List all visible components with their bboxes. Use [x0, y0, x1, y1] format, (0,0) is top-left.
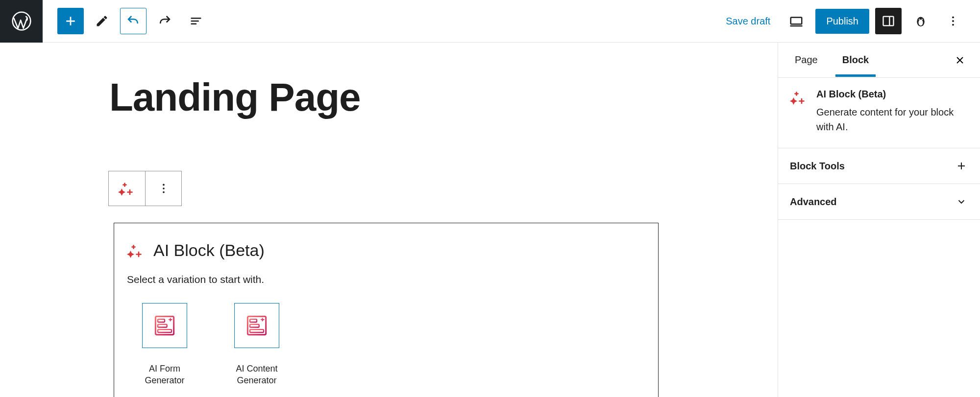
sparkles-icon — [790, 89, 808, 106]
edit-tool-button[interactable] — [89, 8, 115, 34]
penguin-icon — [913, 14, 928, 28]
desktop-icon — [789, 14, 804, 28]
content-generator-icon — [243, 312, 270, 339]
block-variations: AI Form Generator — [127, 303, 645, 387]
settings-sidebar: Page Block AI Block (Beta) Generate cont… — [778, 43, 980, 397]
variation-thumb — [142, 303, 187, 348]
svg-point-14 — [163, 191, 165, 193]
variation-ai-content-generator[interactable]: AI Content Generator — [225, 303, 289, 387]
more-vertical-icon — [157, 182, 170, 195]
close-icon — [954, 54, 966, 66]
publish-button[interactable]: Publish — [815, 9, 869, 34]
sidebar-tabs: Page Block — [778, 43, 980, 78]
redo-button[interactable] — [151, 8, 178, 34]
sidebar-block-title: AI Block (Beta) — [816, 89, 968, 100]
panel-block-tools[interactable]: Block Tools — [778, 148, 980, 184]
block-card-header: AI Block (Beta) — [127, 241, 645, 260]
variation-label: AI Form Generator — [133, 363, 196, 387]
sidebar-close-button[interactable] — [951, 51, 969, 70]
toolbar-right-group: Save draft Publish — [719, 8, 980, 34]
svg-point-13 — [163, 187, 165, 189]
editor-canvas[interactable]: Landing Page AI Block (Beta) — [0, 43, 778, 397]
panel-title: Block Tools — [790, 161, 845, 172]
block-floating-toolbar — [108, 171, 182, 206]
ai-block-placeholder: AI Block (Beta) Select a variation to st… — [114, 223, 659, 397]
sidebar-block-info: AI Block (Beta) Generate content for you… — [778, 78, 980, 148]
more-vertical-icon — [947, 15, 959, 27]
sidebar-block-desc: Generate content for your block with AI. — [816, 105, 968, 134]
svg-point-7 — [919, 19, 920, 20]
sidebar-icon — [882, 14, 895, 28]
block-more-button[interactable] — [145, 171, 181, 206]
svg-point-10 — [952, 20, 954, 22]
block-type-button[interactable] — [109, 171, 145, 206]
sparkles-icon — [118, 180, 136, 197]
svg-point-12 — [163, 184, 165, 186]
tab-block[interactable]: Block — [836, 44, 875, 76]
save-draft-button[interactable]: Save draft — [719, 11, 777, 32]
svg-rect-1 — [791, 18, 802, 24]
panel-advanced[interactable]: Advanced — [778, 184, 980, 220]
panel-expand-icon — [955, 195, 968, 209]
toolbar-left-group — [43, 8, 209, 34]
top-toolbar: Save draft Publish — [0, 0, 980, 43]
svg-point-9 — [952, 16, 954, 18]
block-card-title: AI Block (Beta) — [153, 241, 265, 260]
svg-rect-2 — [883, 17, 894, 26]
svg-rect-16 — [158, 319, 165, 322]
add-block-button[interactable] — [57, 8, 84, 34]
svg-rect-17 — [158, 325, 167, 327]
variation-ai-form-generator[interactable]: AI Form Generator — [133, 303, 196, 387]
list-icon — [189, 14, 203, 28]
svg-rect-21 — [250, 325, 259, 327]
tab-page[interactable]: Page — [789, 44, 824, 76]
block-card-subtitle: Select a variation to start with. — [127, 274, 645, 285]
undo-icon — [126, 14, 141, 28]
plus-icon — [956, 160, 967, 172]
svg-rect-22 — [250, 329, 264, 332]
svg-point-11 — [952, 24, 954, 26]
form-generator-icon — [151, 312, 178, 339]
panel-expand-icon — [955, 159, 968, 173]
svg-point-8 — [922, 19, 922, 20]
more-options-button[interactable] — [940, 8, 966, 34]
settings-sidebar-toggle[interactable] — [875, 8, 902, 34]
pencil-icon — [95, 14, 109, 28]
svg-rect-18 — [158, 329, 172, 332]
panel-title: Advanced — [790, 196, 837, 208]
sparkles-icon — [127, 242, 145, 259]
chevron-down-icon — [956, 196, 967, 207]
page-title[interactable]: Landing Page — [109, 77, 778, 118]
wordpress-icon — [11, 10, 32, 32]
editor-main: Landing Page AI Block (Beta) — [0, 43, 980, 397]
redo-icon — [157, 14, 172, 28]
plus-icon — [63, 14, 78, 28]
preview-button[interactable] — [783, 8, 809, 34]
undo-button[interactable] — [120, 8, 147, 34]
plugin-button[interactable] — [907, 8, 934, 34]
svg-point-4 — [919, 20, 923, 26]
variation-thumb — [234, 303, 279, 348]
svg-rect-20 — [250, 319, 257, 322]
document-overview-button[interactable] — [183, 8, 209, 34]
wordpress-logo[interactable] — [0, 0, 43, 43]
variation-label: AI Content Generator — [225, 363, 289, 387]
